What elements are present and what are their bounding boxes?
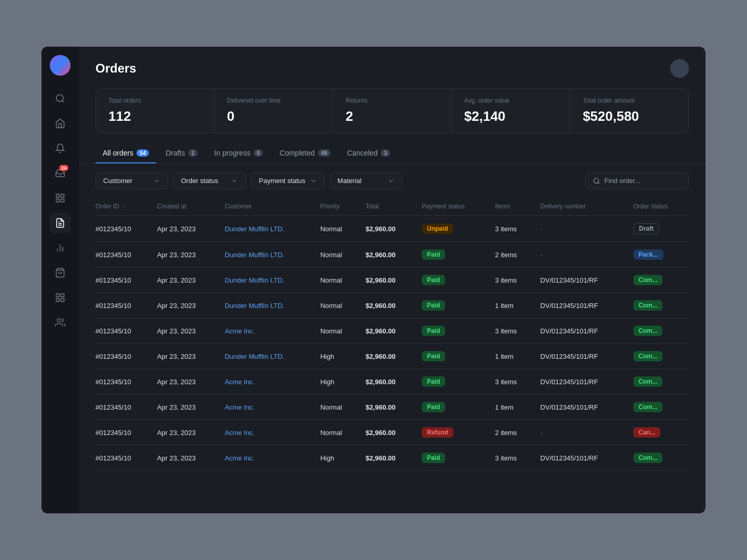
total-cell: $2,960.00 <box>366 327 396 335</box>
table-row[interactable]: #012345/10 Apr 23, 2023 Acme Inc. High $… <box>95 369 689 395</box>
payment-status-badge: Unpaid <box>422 223 453 234</box>
search-box[interactable]: Find order... <box>585 172 689 189</box>
svg-rect-12 <box>61 294 64 297</box>
tab-completed[interactable]: Completed 49 <box>272 144 338 163</box>
sidebar-item-products[interactable] <box>50 262 71 283</box>
total-cell: $2,960.00 <box>366 454 396 462</box>
filter-customer[interactable]: Customer <box>95 172 168 189</box>
svg-rect-4 <box>57 199 60 202</box>
svg-point-0 <box>57 95 63 102</box>
delivery-cell: - <box>534 420 627 445</box>
sidebar-item-orders[interactable] <box>50 213 71 233</box>
avatar[interactable] <box>670 59 689 78</box>
svg-rect-1 <box>57 194 60 198</box>
priority-cell: High <box>314 344 359 369</box>
filter-order-status[interactable]: Order status <box>173 172 246 189</box>
table-row[interactable]: #012345/10 Apr 23, 2023 Dunder Mufflin L… <box>95 344 689 369</box>
tab-all-orders[interactable]: All orders 54 <box>95 144 156 163</box>
sidebar-item-analytics[interactable] <box>50 237 71 258</box>
tab-drafts[interactable]: Drafts 1 <box>158 144 204 163</box>
total-cell: $2,960.00 <box>366 429 396 437</box>
customer-cell[interactable]: Acme Inc. <box>225 327 255 335</box>
table-row[interactable]: #012345/10 Apr 23, 2023 Acme Inc. High $… <box>95 445 689 471</box>
items-cell: 3 items <box>489 369 534 395</box>
table-row[interactable]: #012345/10 Apr 23, 2023 Dunder Mufflin L… <box>95 293 689 318</box>
items-cell: 3 items <box>489 445 534 471</box>
orders-table-container: Order ID ↕ Created at Customer Priority … <box>79 198 706 513</box>
filter-payment-status[interactable]: Payment status <box>251 172 325 189</box>
sidebar-item-tasks[interactable] <box>50 188 71 208</box>
svg-rect-13 <box>61 299 64 302</box>
table-row[interactable]: #012345/10 Apr 23, 2023 Dunder Mufflin L… <box>95 216 689 242</box>
stat-label-total-orders: Total orders <box>108 97 202 104</box>
sidebar-item-search[interactable] <box>50 88 71 109</box>
sidebar: 24 <box>42 47 79 513</box>
order-status-badge: Com... <box>633 351 663 361</box>
items-cell: 1 item <box>489 293 534 318</box>
app-logo[interactable] <box>50 55 71 76</box>
customer-cell[interactable]: Dunder Mufflin LTD. <box>225 225 284 233</box>
customer-cell[interactable]: Acme Inc. <box>225 454 255 462</box>
order-id-cell: #012345/10 <box>95 327 131 335</box>
stat-value-delivered: 0 <box>227 108 321 124</box>
customer-cell[interactable]: Acme Inc. <box>225 429 255 437</box>
order-status-badge: Com... <box>633 326 663 336</box>
col-priority: Priority <box>314 198 359 216</box>
col-delivery-number: Delivery number <box>534 198 627 216</box>
stat-label-avg-order: Avg. order value <box>464 97 558 104</box>
priority-cell: Normal <box>314 242 359 268</box>
table-row[interactable]: #012345/10 Apr 23, 2023 Acme Inc. Normal… <box>95 395 689 420</box>
priority-cell: Normal <box>314 216 359 242</box>
customer-cell[interactable]: Acme Inc. <box>225 403 255 411</box>
table-row[interactable]: #012345/10 Apr 23, 2023 Acme Inc. Normal… <box>95 318 689 344</box>
created-at-cell: Apr 23, 2023 <box>151 318 218 344</box>
svg-point-15 <box>57 319 61 323</box>
col-order-id[interactable]: Order ID ↕ <box>95 198 151 216</box>
priority-cell: Normal <box>314 268 359 293</box>
sidebar-item-home[interactable] <box>50 113 71 134</box>
table-row[interactable]: #012345/10 Apr 23, 2023 Dunder Mufflin L… <box>95 242 689 268</box>
priority-cell: High <box>314 369 359 395</box>
sidebar-item-integrations[interactable] <box>50 287 71 308</box>
customer-cell[interactable]: Dunder Mufflin LTD. <box>225 276 284 284</box>
priority-cell: Normal <box>314 420 359 445</box>
order-status-badge: Draft <box>633 223 659 234</box>
customer-cell[interactable]: Acme Inc. <box>225 378 255 386</box>
order-status-badge: Com... <box>633 453 663 463</box>
items-cell: 3 items <box>489 318 534 344</box>
col-order-status: Order status <box>627 198 689 216</box>
filter-material[interactable]: Material <box>330 172 403 189</box>
total-cell: $2,960.00 <box>366 251 396 259</box>
delivery-cell: DV/012345/101/RF <box>534 369 627 395</box>
order-id-cell: #012345/10 <box>95 251 131 259</box>
table-row[interactable]: #012345/10 Apr 23, 2023 Acme Inc. Normal… <box>95 420 689 445</box>
col-customer: Customer <box>218 198 314 216</box>
stat-value-avg-order: $2,140 <box>464 108 558 124</box>
sidebar-item-users[interactable] <box>50 312 71 333</box>
order-status-badge: Com... <box>633 300 663 311</box>
svg-rect-14 <box>57 299 60 302</box>
sidebar-item-inbox[interactable]: 24 <box>50 163 71 184</box>
customer-cell[interactable]: Dunder Mufflin LTD. <box>225 353 284 360</box>
col-payment-status: Payment status <box>416 198 489 216</box>
tab-in-progress[interactable]: In progress 5 <box>207 144 270 163</box>
svg-rect-2 <box>61 194 64 198</box>
payment-status-badge: Paid <box>422 376 445 387</box>
payment-status-badge: Paid <box>422 300 445 311</box>
order-status-badge: Pack... <box>633 249 663 260</box>
table-row[interactable]: #012345/10 Apr 23, 2023 Dunder Mufflin L… <box>95 268 689 293</box>
payment-status-badge: Paid <box>422 275 445 285</box>
order-id-cell: #012345/10 <box>95 276 131 284</box>
payment-status-badge: Paid <box>422 326 445 336</box>
created-at-cell: Apr 23, 2023 <box>151 395 218 420</box>
delivery-cell: DV/012345/101/RF <box>534 268 627 293</box>
tab-badge-all-orders: 54 <box>136 149 149 157</box>
total-cell: $2,960.00 <box>366 353 396 360</box>
customer-cell[interactable]: Dunder Mufflin LTD. <box>225 302 284 310</box>
created-at-cell: Apr 23, 2023 <box>151 268 218 293</box>
total-cell: $2,960.00 <box>366 403 396 411</box>
filters-row: Customer Order status Payment status Mat… <box>79 164 706 198</box>
tab-canceled[interactable]: Canceled 3 <box>340 144 397 163</box>
customer-cell[interactable]: Dunder Mufflin LTD. <box>225 251 284 259</box>
sidebar-item-notifications[interactable] <box>50 138 71 159</box>
